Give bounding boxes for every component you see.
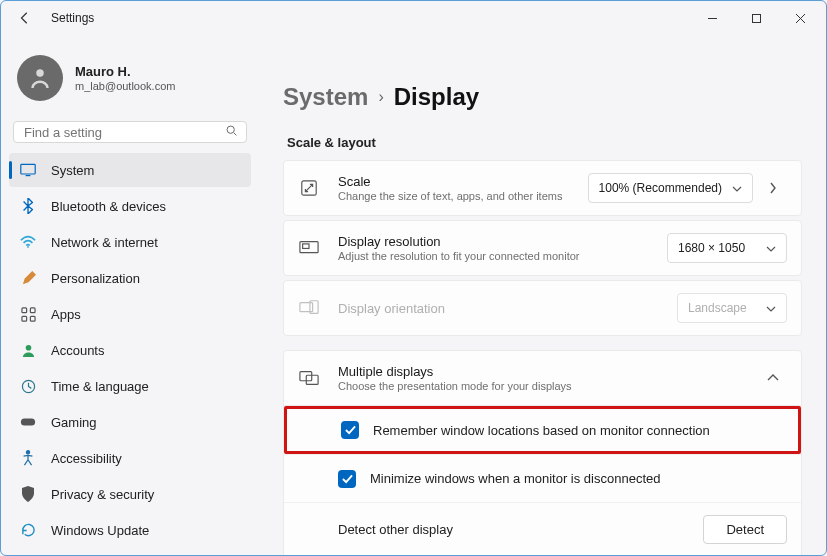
gaming-icon [19, 413, 37, 431]
search-input[interactable] [22, 124, 225, 141]
sidebar-item-label: Network & internet [51, 235, 158, 250]
section-title: Scale & layout [287, 135, 802, 150]
scale-icon [298, 177, 320, 199]
orientation-select: Landscape [677, 293, 787, 323]
sidebar-item-label: Apps [51, 307, 81, 322]
content: System › Display Scale & layout Scale Ch… [259, 35, 826, 555]
search-box[interactable] [13, 121, 247, 143]
breadcrumb-separator: › [378, 88, 383, 106]
sidebar-item-apps[interactable]: Apps [9, 297, 251, 331]
multiple-displays-subgroup: Remember window locations based on monit… [283, 406, 802, 555]
resolution-title: Display resolution [338, 234, 667, 249]
sidebar-item-label: Privacy & security [51, 487, 154, 502]
chevron-right-icon[interactable] [759, 182, 787, 194]
svg-point-2 [227, 126, 234, 133]
detect-label: Detect other display [338, 522, 703, 537]
sidebar-item-label: System [51, 163, 94, 178]
avatar [17, 55, 63, 101]
svg-point-12 [26, 451, 29, 454]
bluetooth-icon [19, 197, 37, 215]
sidebar-item-label: Gaming [51, 415, 97, 430]
breadcrumb: System › Display [283, 83, 802, 111]
scale-subtitle: Change the size of text, apps, and other… [338, 190, 588, 202]
maximize-button[interactable] [734, 3, 778, 33]
network-icon [19, 233, 37, 251]
chevron-up-icon[interactable] [759, 374, 787, 382]
remember-window-locations-row[interactable]: Remember window locations based on monit… [284, 406, 801, 454]
multiple-displays-title: Multiple displays [338, 364, 753, 379]
svg-rect-0 [752, 14, 760, 22]
orientation-icon [298, 297, 320, 319]
sidebar-item-time-language[interactable]: Time & language [9, 369, 251, 403]
svg-rect-8 [30, 316, 35, 321]
detect-button[interactable]: Detect [703, 515, 787, 544]
accessibility-icon [19, 449, 37, 467]
personalization-icon [19, 269, 37, 287]
svg-rect-16 [300, 303, 313, 312]
apps-icon [19, 305, 37, 323]
window-title: Settings [51, 11, 94, 25]
close-button[interactable] [778, 3, 822, 33]
svg-rect-15 [303, 244, 309, 249]
svg-rect-6 [30, 307, 35, 312]
detect-display-row: Detect other display Detect [284, 502, 801, 555]
breadcrumb-parent[interactable]: System [283, 83, 368, 111]
settings-window: Settings Mauro H. m_lab@outlook.com [0, 0, 827, 556]
minimize-windows-row[interactable]: Minimize windows when a monitor is disco… [284, 454, 801, 502]
orientation-card: Display orientation Landscape [283, 280, 802, 336]
svg-rect-11 [21, 418, 35, 425]
sidebar-item-label: Personalization [51, 271, 140, 286]
sidebar-item-accounts[interactable]: Accounts [9, 333, 251, 367]
resolution-icon [298, 237, 320, 259]
resolution-card[interactable]: Display resolution Adjust the resolution… [283, 220, 802, 276]
accounts-icon [19, 341, 37, 359]
time-language-icon [19, 377, 37, 395]
profile-email: m_lab@outlook.com [75, 80, 175, 92]
multiple-displays-card[interactable]: Multiple displays Choose the presentatio… [283, 350, 802, 406]
sidebar-item-accessibility[interactable]: Accessibility [9, 441, 251, 475]
minimize-label: Minimize windows when a monitor is disco… [370, 471, 787, 486]
breadcrumb-current: Display [394, 83, 479, 111]
sidebar-item-label: Time & language [51, 379, 149, 394]
svg-rect-5 [21, 307, 26, 312]
titlebar: Settings [1, 1, 826, 35]
sidebar-item-system[interactable]: System [9, 153, 251, 187]
svg-rect-3 [21, 164, 35, 174]
multiple-displays-subtitle: Choose the presentation mode for your di… [338, 380, 753, 392]
remember-checkbox[interactable] [341, 421, 359, 439]
chevron-down-icon [766, 301, 776, 315]
sidebar-item-label: Windows Update [51, 523, 149, 538]
scale-title: Scale [338, 174, 588, 189]
minimize-checkbox[interactable] [338, 470, 356, 488]
back-button[interactable] [11, 4, 39, 32]
minimize-button[interactable] [690, 3, 734, 33]
orientation-title: Display orientation [338, 301, 677, 316]
privacy-icon [19, 485, 37, 503]
svg-point-1 [36, 69, 44, 77]
sidebar-item-label: Accounts [51, 343, 104, 358]
sidebar-item-network[interactable]: Network & internet [9, 225, 251, 259]
profile[interactable]: Mauro H. m_lab@outlook.com [9, 35, 251, 119]
sidebar-item-label: Bluetooth & devices [51, 199, 166, 214]
sidebar-item-privacy[interactable]: Privacy & security [9, 477, 251, 511]
remember-label: Remember window locations based on monit… [373, 423, 784, 438]
scale-select[interactable]: 100% (Recommended) [588, 173, 753, 203]
svg-point-9 [25, 344, 31, 350]
scale-card[interactable]: Scale Change the size of text, apps, and… [283, 160, 802, 216]
resolution-subtitle: Adjust the resolution to fit your connec… [338, 250, 667, 262]
resolution-select[interactable]: 1680 × 1050 [667, 233, 787, 263]
nav: System Bluetooth & devices Network & int… [9, 153, 251, 547]
sidebar-item-bluetooth[interactable]: Bluetooth & devices [9, 189, 251, 223]
system-icon [19, 161, 37, 179]
windows-update-icon [19, 521, 37, 539]
sidebar-item-windows-update[interactable]: Windows Update [9, 513, 251, 547]
svg-point-4 [27, 246, 29, 248]
sidebar-item-personalization[interactable]: Personalization [9, 261, 251, 295]
sidebar-item-label: Accessibility [51, 451, 122, 466]
sidebar-item-gaming[interactable]: Gaming [9, 405, 251, 439]
svg-rect-7 [21, 316, 26, 321]
sidebar: Mauro H. m_lab@outlook.com System Blueto… [1, 35, 259, 555]
chevron-down-icon [766, 241, 776, 255]
chevron-down-icon [732, 181, 742, 195]
window-controls [690, 3, 822, 33]
